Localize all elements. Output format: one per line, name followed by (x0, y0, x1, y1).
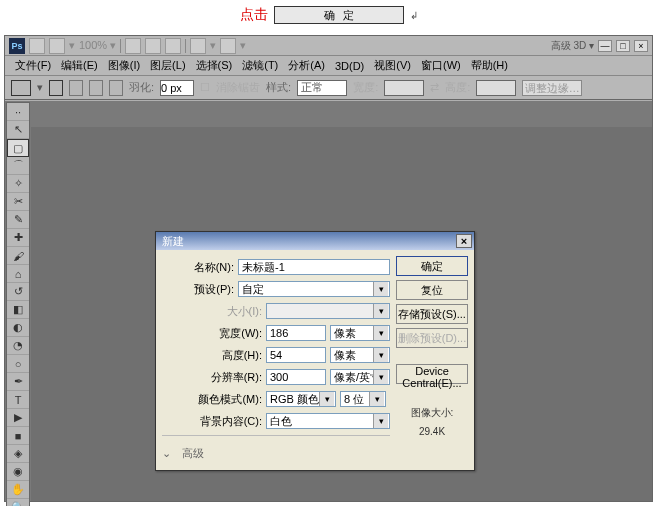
height-unit-select[interactable]: 像素 (330, 347, 390, 363)
sel-new-icon[interactable] (49, 80, 63, 96)
bitdepth-select[interactable]: 8 位 (340, 391, 386, 407)
device-central-button[interactable]: Device Central(E)... (396, 364, 468, 384)
menu-help[interactable]: 帮助(H) (467, 56, 512, 75)
menu-image[interactable]: 图像(I) (104, 56, 144, 75)
wand-tool-icon[interactable]: ✧ (7, 175, 29, 193)
menu-file[interactable]: 文件(F) (11, 56, 55, 75)
crop-tool-icon[interactable]: ✂ (7, 193, 29, 211)
annotation-ok-button[interactable]: 确定 (274, 6, 404, 24)
resolution-input[interactable] (266, 369, 326, 385)
delete-preset-button: 删除预设(D)... (396, 328, 468, 348)
menu-window[interactable]: 窗口(W) (417, 56, 465, 75)
sel-intersect-icon[interactable] (109, 80, 123, 96)
advanced-toggle[interactable]: ⌄ 高级 (162, 442, 390, 464)
menu-select[interactable]: 选择(S) (192, 56, 237, 75)
arrange-icon[interactable] (220, 38, 236, 54)
ps-logo-icon: Ps (9, 38, 25, 54)
preset-select[interactable]: 自定 (238, 281, 390, 297)
menu-3d[interactable]: 3D(D) (331, 58, 368, 74)
dodge-tool-icon[interactable]: ○ (7, 355, 29, 373)
title-bar: Ps ▾ 100% ▾ ▾ ▾ 高级 3D ▾ — □ × (5, 36, 652, 56)
toolbox: ·· ↖ ▢ ⌒ ✧ ✂ ✎ ✚ 🖌 ⌂ ↺ ◧ ◐ ◔ ○ ✒ T ▶ ■ ◈… (6, 102, 30, 506)
3d-camera-icon[interactable]: ◉ (7, 463, 29, 481)
screen-mode-icon[interactable] (190, 38, 206, 54)
history-brush-icon[interactable]: ↺ (7, 283, 29, 301)
height-label: 高度(H): (162, 348, 262, 363)
move-tool-icon[interactable]: ↖ (7, 121, 29, 139)
dialog-close-button[interactable]: × (456, 234, 472, 248)
layout-icon[interactable] (49, 38, 65, 54)
resolution-label: 分辨率(R): (162, 370, 262, 385)
menu-layer[interactable]: 图层(L) (146, 56, 189, 75)
reset-button[interactable]: 复位 (396, 280, 468, 300)
path-select-icon[interactable]: ▶ (7, 409, 29, 427)
annotation-bar: 点击 确定 ↲ (0, 0, 657, 30)
maximize-button[interactable]: □ (616, 40, 630, 52)
refine-edge-button: 调整边缘… (522, 80, 582, 96)
marquee-tool-icon[interactable]: ▢ (7, 139, 29, 157)
tool-preset-icon[interactable] (11, 80, 31, 96)
brush-tool-icon[interactable]: 🖌 (7, 247, 29, 265)
bridge-icon[interactable] (29, 38, 45, 54)
hand-icon[interactable] (125, 38, 141, 54)
menu-edit[interactable]: 编辑(E) (57, 56, 102, 75)
opt-width-label: 宽度: (353, 80, 378, 95)
sel-add-icon[interactable] (69, 80, 83, 96)
resolution-unit-select[interactable]: 像素/英寸 (330, 369, 390, 385)
dialog-title: 新建 (162, 234, 184, 249)
close-window-button[interactable]: × (634, 40, 648, 52)
opt-height-input (476, 80, 516, 96)
colormode-select[interactable]: RGB 颜色 (266, 391, 336, 407)
3d-tool-icon[interactable]: ◈ (7, 445, 29, 463)
sel-subtract-icon[interactable] (89, 80, 103, 96)
minimize-button[interactable]: — (598, 40, 612, 52)
pen-tool-icon[interactable]: ✒ (7, 373, 29, 391)
gradient-tool-icon[interactable]: ◐ (7, 319, 29, 337)
rotate-icon[interactable] (165, 38, 181, 54)
annotation-label: 点击 (240, 6, 268, 24)
lasso-tool-icon[interactable]: ⌒ (7, 157, 29, 175)
new-document-dialog: 新建 × 名称(N): 预设(P): 自定 大小(I): 宽度(W): (155, 231, 475, 471)
annotation-cursor-icon: ↲ (410, 10, 418, 21)
height-input[interactable] (266, 347, 326, 363)
opt-width-input (384, 80, 424, 96)
stamp-tool-icon[interactable]: ⌂ (7, 265, 29, 283)
toolbox-handle[interactable]: ·· (7, 103, 29, 121)
style-select[interactable]: 正常 (297, 80, 347, 96)
bg-select[interactable]: 白色 (266, 413, 390, 429)
type-tool-icon[interactable]: T (7, 391, 29, 409)
menu-analysis[interactable]: 分析(A) (284, 56, 329, 75)
options-bar: ▾ 羽化: ☐ 消除锯齿 样式: 正常 宽度: ⇄ 高度: 调整边缘… (5, 76, 652, 100)
opt-height-label: 高度: (445, 80, 470, 95)
workspace-switcher[interactable]: 高级 3D ▾ (551, 39, 594, 53)
imgsize-label: 图像大小: (396, 406, 468, 420)
save-preset-button[interactable]: 存储预设(S)... (396, 304, 468, 324)
size-label: 大小(I): (162, 304, 262, 319)
chevron-icon: ⌄ (162, 447, 171, 460)
zoom-tool-icon[interactable]: 🔍 (7, 499, 29, 506)
zoom-icon[interactable] (145, 38, 161, 54)
width-unit-select[interactable]: 像素 (330, 325, 390, 341)
imgsize-value: 29.4K (396, 426, 468, 437)
preset-label: 预设(P): (162, 282, 234, 297)
bg-label: 背景内容(C): (162, 414, 262, 429)
width-input[interactable] (266, 325, 326, 341)
dialog-titlebar[interactable]: 新建 × (156, 232, 474, 250)
dialog-side-buttons: 确定 复位 存储预设(S)... 删除预设(D)... Device Centr… (396, 256, 468, 464)
ok-button[interactable]: 确定 (396, 256, 468, 276)
eraser-tool-icon[interactable]: ◧ (7, 301, 29, 319)
eyedropper-tool-icon[interactable]: ✎ (7, 211, 29, 229)
antialias-label: 消除锯齿 (216, 80, 260, 95)
menu-bar: 文件(F) 编辑(E) 图像(I) 图层(L) 选择(S) 滤镜(T) 分析(A… (5, 56, 652, 76)
shape-tool-icon[interactable]: ■ (7, 427, 29, 445)
menu-view[interactable]: 视图(V) (370, 56, 415, 75)
size-select (266, 303, 390, 319)
healing-tool-icon[interactable]: ✚ (7, 229, 29, 247)
width-label: 宽度(W): (162, 326, 262, 341)
menu-filter[interactable]: 滤镜(T) (238, 56, 282, 75)
photoshop-window: Ps ▾ 100% ▾ ▾ ▾ 高级 3D ▾ — □ × 文件(F) 编辑(E… (4, 35, 653, 502)
hand-tool-icon[interactable]: ✋ (7, 481, 29, 499)
blur-tool-icon[interactable]: ◔ (7, 337, 29, 355)
feather-input[interactable] (160, 80, 194, 96)
name-input[interactable] (238, 259, 390, 275)
